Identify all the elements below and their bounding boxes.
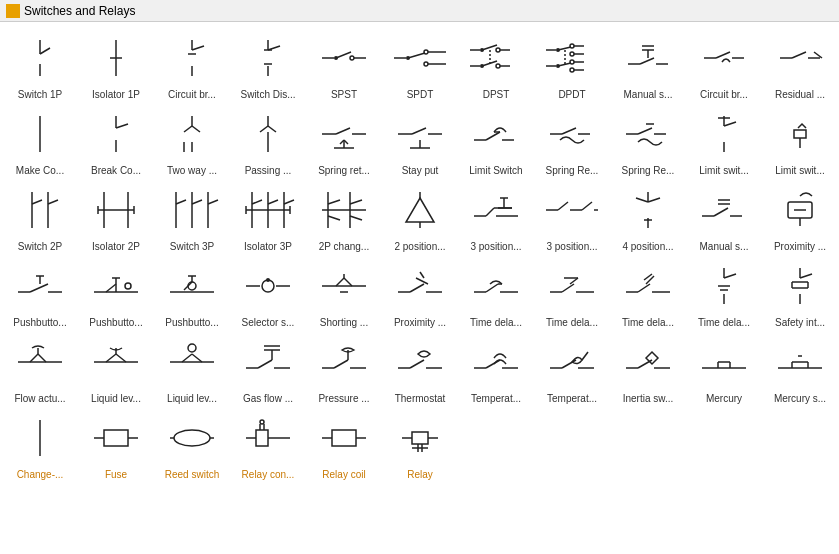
symbol-change-label: Change-...	[4, 467, 76, 480]
symbol-time-dela2-label: Time dela...	[536, 315, 608, 328]
symbol-time-dela3[interactable]: Time dela...	[610, 254, 686, 330]
symbol-mercury-s[interactable]: Mercury s...	[762, 330, 838, 406]
symbol-2-position-svg	[384, 180, 456, 239]
symbol-fuse[interactable]: Fuse	[78, 406, 154, 482]
symbol-pressure[interactable]: Pressure ...	[306, 330, 382, 406]
svg-point-182	[188, 282, 196, 290]
svg-line-205	[562, 284, 574, 292]
symbol-relay[interactable]: Relay	[382, 406, 458, 482]
symbol-break-co[interactable]: Break Co...	[78, 102, 154, 178]
symbol-thermostat[interactable]: Thermostat	[382, 330, 458, 406]
symbol-switch-3p[interactable]: Switch 3P	[154, 178, 230, 254]
symbol-3-position2-label: 3 position...	[536, 239, 608, 252]
symbol-manual-s2[interactable]: Manual s...	[686, 178, 762, 254]
symbol-limit-swit1[interactable]: Limit swit...	[686, 102, 762, 178]
symbol-dpst[interactable]: DPST	[458, 26, 534, 102]
empty-cell-3	[610, 406, 686, 482]
symbol-selector-s[interactable]: Selector s...	[230, 254, 306, 330]
svg-point-35	[496, 64, 500, 68]
symbol-relay-coil[interactable]: Relay coil	[306, 406, 382, 482]
symbol-break-co-svg	[80, 104, 152, 163]
symbol-spring-ret[interactable]: Spring ret...	[306, 102, 382, 178]
symbol-inertia-sw[interactable]: Inertia sw...	[610, 330, 686, 406]
symbol-3-position1[interactable]: 3 position...	[458, 178, 534, 254]
symbol-reed-switch[interactable]: Reed switch	[154, 406, 230, 482]
symbol-manual-s[interactable]: Manual s...	[610, 26, 686, 102]
symbol-gas-flow[interactable]: Gas flow ...	[230, 330, 306, 406]
svg-point-237	[188, 344, 196, 352]
svg-line-257	[582, 352, 588, 360]
svg-line-210	[638, 284, 650, 292]
symbol-switch-dis-svg	[232, 28, 304, 87]
symbol-passing[interactable]: Passing ...	[230, 102, 306, 178]
svg-line-124	[176, 200, 186, 204]
symbol-time-dela4[interactable]: Time dela...	[686, 254, 762, 330]
symbol-switch-1p[interactable]: Switch 1P	[2, 26, 78, 102]
symbol-safety-int[interactable]: Safety int...	[762, 254, 838, 330]
symbol-time-dela1[interactable]: Time dela...	[458, 254, 534, 330]
symbol-limit-switch[interactable]: Limit Switch	[458, 102, 534, 178]
symbol-spring-re2[interactable]: Spring Re...	[610, 102, 686, 178]
symbol-circuit-br[interactable]: Circuit br...	[154, 26, 230, 102]
symbol-proximity2[interactable]: Proximity ...	[382, 254, 458, 330]
symbol-limit-swit2[interactable]: Limit swit...	[762, 102, 838, 178]
symbol-time-dela2[interactable]: Time dela...	[534, 254, 610, 330]
symbol-pushbutto1[interactable]: Pushbutto...	[2, 254, 78, 330]
symbol-switch-2p[interactable]: Switch 2P	[2, 178, 78, 254]
symbol-stay-put[interactable]: Stay put	[382, 102, 458, 178]
symbol-switch-2p-svg	[4, 180, 76, 239]
symbol-2p-chang[interactable]: 2P chang...	[306, 178, 382, 254]
svg-line-72	[116, 124, 128, 128]
symbol-pressure-label: Pressure ...	[308, 391, 380, 404]
symbol-switch-dis[interactable]: Switch Dis...	[230, 26, 306, 102]
symbol-4-position[interactable]: 4 position...	[610, 178, 686, 254]
symbol-pushbutto3[interactable]: Pushbutto...	[154, 254, 230, 330]
symbol-pressure-svg	[308, 332, 380, 391]
symbol-spdt-svg	[384, 28, 456, 87]
svg-line-77	[192, 126, 200, 132]
svg-line-221	[800, 274, 812, 278]
symbol-liquid-lev2[interactable]: Liquid lev...	[154, 330, 230, 406]
symbol-circuit-br-svg	[156, 28, 228, 87]
symbol-shorting[interactable]: Shorting ...	[306, 254, 382, 330]
svg-line-172	[30, 284, 48, 292]
symbol-dpdt[interactable]: DPDT	[534, 26, 610, 102]
symbol-spst[interactable]: SPST	[306, 26, 382, 102]
symbol-2-position[interactable]: 2 position...	[382, 178, 458, 254]
symbol-isolator-1p[interactable]: Isolator 1P	[78, 26, 154, 102]
symbol-circuit-br-label: Circuit br...	[156, 87, 228, 100]
svg-line-64	[792, 52, 806, 58]
symbol-mercury-svg	[688, 332, 760, 391]
symbol-relay-con-label: Relay con...	[232, 467, 304, 480]
symbol-mercury[interactable]: Mercury	[686, 330, 762, 406]
symbol-circuit-br2[interactable]: Circuit br...	[686, 26, 762, 102]
symbol-pushbutto1-label: Pushbutto...	[4, 315, 76, 328]
symbol-3-position2[interactable]: 3 position...	[534, 178, 610, 254]
svg-line-198	[416, 278, 428, 284]
symbol-temperat1[interactable]: Temperat...	[458, 330, 534, 406]
symbol-temperat2[interactable]: Temperat...	[534, 330, 610, 406]
symbol-flow-actu[interactable]: Flow actu...	[2, 330, 78, 406]
svg-line-84	[336, 128, 350, 134]
svg-line-66	[814, 52, 822, 58]
symbol-spdt[interactable]: SPDT	[382, 26, 458, 102]
symbol-make-co[interactable]: Make Co...	[2, 102, 78, 178]
symbol-two-way-svg	[156, 104, 228, 163]
symbol-relay-con[interactable]: Relay con...	[230, 406, 306, 482]
symbol-manual-s2-label: Manual s...	[688, 239, 760, 252]
symbol-spring-re1[interactable]: Spring Re...	[534, 102, 610, 178]
symbol-residual[interactable]: Residual ...	[762, 26, 838, 102]
symbol-dpdt-label: DPDT	[536, 87, 608, 100]
svg-line-239	[258, 360, 272, 368]
symbol-liquid-lev1[interactable]: Liquid lev...	[78, 330, 154, 406]
symbol-grid: Switch 1P Isolator 1P Circuit br...	[0, 22, 839, 554]
symbol-two-way[interactable]: Two way ...	[154, 102, 230, 178]
symbol-safety-int-svg	[764, 256, 836, 315]
symbol-switch-3p-label: Switch 3P	[156, 239, 228, 252]
symbol-isolator-2p[interactable]: Isolator 2P	[78, 178, 154, 254]
symbol-isolator-3p[interactable]: Isolator 3P	[230, 178, 306, 254]
symbol-change[interactable]: Change-...	[2, 406, 78, 482]
svg-line-232	[116, 354, 126, 362]
symbol-pushbutto2[interactable]: Pushbutto...	[78, 254, 154, 330]
symbol-proximity[interactable]: Proximity ...	[762, 178, 838, 254]
